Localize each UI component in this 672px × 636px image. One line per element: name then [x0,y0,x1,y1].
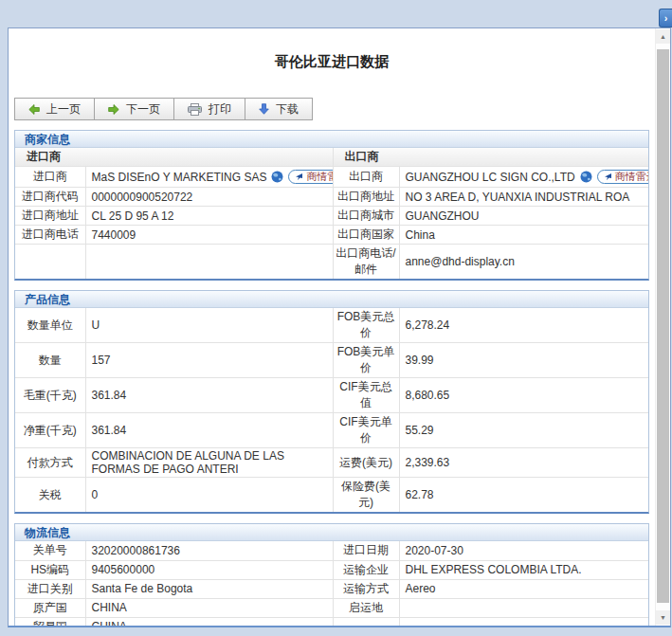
field-label: 贸易国 [15,617,85,626]
field-value: 2020-07-30 [399,541,648,560]
field-label: 进口商地址 [15,207,85,226]
field-value [399,598,648,617]
field-label: 关税 [15,478,85,513]
field-label: 进口商代码 [15,188,85,207]
prev-page-button[interactable]: 上一页 [14,98,95,120]
field-label: 出口商 [333,167,399,188]
field-label: 进口关别 [15,579,85,598]
field-label: 进口商电话 [15,226,85,245]
prev-page-label: 上一页 [46,101,81,118]
field-value: 0000000900520722 [85,188,333,207]
field-value: DHL EXPRESS COLOMBIA LTDA. [399,560,648,579]
field-label: 保险费(美元) [333,478,399,513]
section-merchant-title: 商家信息 [15,131,648,148]
field-label: 出口商地址 [333,188,399,207]
next-page-label: 下一页 [126,101,160,118]
field-label: HS编码 [15,560,85,579]
importer-column-header: 进口商 [15,148,333,167]
field-value: NO 3 AREA D, YUANXIA INDUSTRIAL ROA [399,188,648,207]
field-label: 启运地 [333,598,399,617]
radar-arrow-icon [295,173,303,181]
page-title: 哥伦比亚进口数据 [9,53,655,71]
business-radar-badge[interactable]: 商情雷达 [288,170,333,184]
field-value: 6,278.24 [399,308,648,343]
field-value: 39.99 [399,343,648,378]
business-radar-label: 商情雷达 [615,170,648,184]
field-value: Santa Fe de Bogota [85,579,333,598]
radar-arrow-icon [604,173,612,181]
field-label: 出口商国家 [333,226,399,245]
print-label: 打印 [209,101,231,118]
field-value [399,617,648,626]
scroll-down-button[interactable]: ▼ [656,610,670,625]
download-button[interactable]: 下载 [245,98,313,120]
field-value: 32020000861736 [85,541,333,560]
field-value: 0 [85,478,333,513]
scroll-up-button[interactable]: ▲ [656,29,670,44]
field-label: 运输企业 [333,560,399,579]
detail-content: 哥伦比亚进口数据 上一页 下一页 [9,28,655,626]
vertical-scrollbar[interactable]: ▲ ▼ [655,28,670,626]
printer-icon [188,103,202,116]
field-label: 毛重(千克) [15,378,85,413]
scroll-down-icon: ▼ [660,614,666,621]
section-product-title: 产品信息 [15,291,648,308]
field-value: 7440009 [85,226,333,245]
field-label: 付款方式 [15,448,85,478]
field-label: 净重(千克) [15,413,85,448]
field-label: 进口商 [15,167,85,188]
exporter-column-header: 出口商 [333,148,648,167]
field-value: CL 25 D 95 A 12 [85,207,333,226]
toolbar: 上一页 下一页 打印 [14,98,313,120]
field-label: 运费(美元) [333,448,399,478]
field-value: U [85,308,333,343]
field-value: China [399,226,648,245]
logistics-table: 关单号 32020000861736 进口日期 2020-07-30 HS编码 … [15,541,648,626]
product-table: 数量单位 U FOB美元总价 6,278.24 数量 157 FOB美元单价 3… [15,308,648,512]
arrow-right-icon [108,104,119,115]
section-product: 产品信息 数量单位 U FOB美元总价 6,278.24 数量 157 FOB美… [14,290,649,514]
field-value: 361.84 [85,413,333,448]
download-label: 下载 [276,101,299,118]
chevron-right-icon: › [664,12,668,24]
section-merchant: 商家信息 进口商 出口商 进口商 MaS DISEnO Y MARKETING … [14,130,649,281]
globe-icon[interactable] [580,171,592,183]
arrow-left-icon [28,104,40,115]
scroll-up-icon: ▲ [660,33,666,40]
field-label [333,617,399,626]
field-label: FOB美元单价 [333,343,399,378]
section-logistics: 物流信息 关单号 32020000861736 进口日期 2020-07-30 … [14,523,649,626]
field-label: 出口商电话/邮件 [333,245,399,280]
field-value: 157 [85,343,333,378]
field-value: COMBINACION DE ALGUNA DE LAS FORMAS DE P… [85,448,333,478]
field-label: 数量单位 [15,308,85,343]
next-page-button[interactable]: 下一页 [94,98,174,120]
business-radar-badge[interactable]: 商情雷达 [597,170,648,184]
globe-icon[interactable] [271,171,283,183]
exporter-name-cell: GUANGZHOU LC SIGN CO.,LTD 商情雷达 [399,167,648,188]
field-value: 2,339.63 [399,448,648,478]
importer-name-cell: MaS DISEnO Y MARKETING SAS 商情雷达 [85,167,333,188]
business-radar-label: 商情雷达 [306,170,333,184]
field-value: 361.84 [85,378,333,413]
field-value: 62.78 [399,478,648,513]
field-label: 数量 [15,343,85,378]
exporter-name: GUANGZHOU LC SIGN CO.,LTD [406,171,575,184]
field-value: CHINA [85,617,333,626]
field-label: 出口商城市 [333,207,399,226]
field-value: Aereo [399,579,648,598]
field-value: anne@dhd-display.cn [399,245,648,280]
section-logistics-title: 物流信息 [15,524,648,541]
field-value: GUANGZHOU [399,207,648,226]
print-button[interactable]: 打印 [173,98,245,120]
field-value: 8,680.65 [399,378,648,413]
scrollbar-thumb[interactable] [657,49,669,603]
field-value: 55.29 [399,413,648,448]
field-value [85,245,333,280]
arrow-down-icon [259,103,269,115]
field-value: 9405600000 [85,560,333,579]
field-label: CIF美元总值 [333,378,399,413]
field-label: FOB美元总价 [333,308,399,343]
importer-name: MaS DISEnO Y MARKETING SAS [92,171,267,184]
expand-panel-button[interactable]: › [659,9,672,27]
